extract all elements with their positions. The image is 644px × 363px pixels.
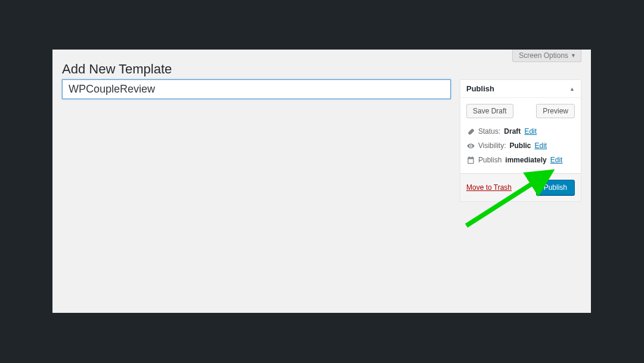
- status-row: Status: Draft Edit: [466, 124, 575, 139]
- visibility-label: Visibility:: [478, 141, 506, 150]
- move-to-trash-link[interactable]: Move to Trash: [466, 183, 512, 192]
- eye-icon: [466, 142, 475, 150]
- schedule-label: Publish: [478, 156, 501, 164]
- publish-major-actions: Move to Trash Publish: [460, 173, 581, 201]
- caret-up-icon[interactable]: ▲: [569, 86, 575, 92]
- title-input[interactable]: [62, 79, 451, 99]
- publish-header[interactable]: Publish ▲: [460, 80, 581, 98]
- preview-button[interactable]: Preview: [536, 104, 575, 118]
- edit-status-link[interactable]: Edit: [524, 127, 537, 136]
- publish-misc: Status: Draft Edit Visibility: Public Ed…: [460, 124, 581, 173]
- visibility-row: Visibility: Public Edit: [466, 139, 575, 153]
- edit-schedule-link[interactable]: Edit: [550, 156, 563, 164]
- key-icon: [466, 128, 475, 136]
- schedule-row: Publish immediately Edit: [466, 153, 575, 167]
- save-draft-button[interactable]: Save Draft: [466, 104, 513, 118]
- publish-metabox: Publish ▲ Save Draft Preview Status: Dra…: [460, 79, 581, 202]
- calendar-icon: [466, 156, 475, 164]
- edit-visibility-link[interactable]: Edit: [534, 141, 547, 150]
- publish-button[interactable]: Publish: [536, 180, 575, 195]
- status-value: Draft: [504, 127, 521, 136]
- status-label: Status:: [478, 127, 500, 136]
- screen-options-label: Screen Options: [519, 51, 568, 60]
- schedule-value: immediately: [505, 156, 546, 164]
- editor-frame: Screen Options ▼ Add New Template Publis…: [52, 50, 591, 313]
- screen-options-button[interactable]: Screen Options ▼: [512, 50, 581, 62]
- visibility-value: Public: [509, 141, 531, 150]
- publish-header-label: Publish: [466, 84, 494, 93]
- page-title: Add New Template: [62, 61, 172, 77]
- screen-options-wrap: Screen Options ▼: [512, 50, 581, 62]
- chevron-down-icon: ▼: [571, 53, 576, 59]
- publish-minor-actions: Save Draft Preview: [460, 98, 581, 124]
